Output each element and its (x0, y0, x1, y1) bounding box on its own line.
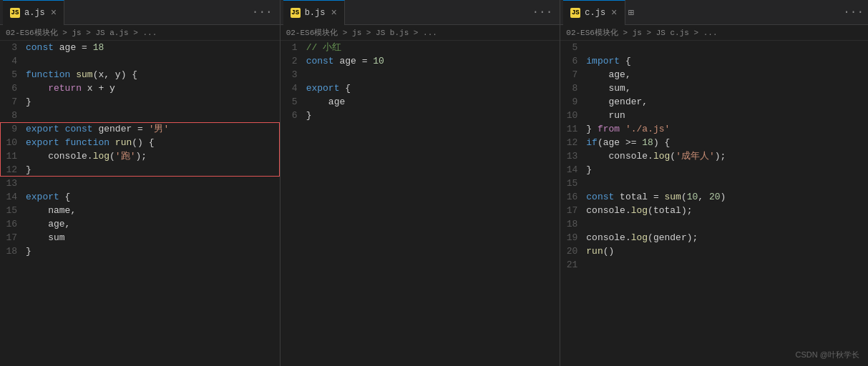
code-line: 7 age, (560, 68, 868, 81)
line-number: 17 (0, 231, 26, 244)
line-number: 3 (281, 68, 306, 81)
code-line: 11 console.log('跑'); (0, 149, 280, 163)
tab-c-js[interactable]: JS c.js × (563, 0, 625, 25)
code-line: 12if(age >= 18) { (560, 136, 868, 149)
code-line: 3const age = 18 (0, 41, 280, 54)
line-content: function sum(x, y) { (26, 68, 137, 81)
code-line: 17 sum (0, 231, 280, 244)
line-number: 20 (560, 244, 586, 258)
line-number: 4 (0, 54, 26, 68)
line-content: age, (26, 217, 70, 231)
line-number: 9 (560, 95, 586, 109)
code-area-c[interactable]: 56import {7 age,8 sum,9 gender,10 run11}… (560, 41, 868, 366)
code-line: 13 (0, 177, 280, 190)
line-content: } from './a.js' (586, 122, 670, 136)
code-line: 6import { (560, 54, 868, 68)
line-number: 6 (281, 109, 306, 122)
code-line: 5 age (281, 95, 560, 109)
line-number: 2 (281, 54, 306, 68)
code-line: 19console.log(gender); (560, 231, 868, 244)
code-line: 4 (0, 54, 280, 68)
code-line: 10 run (560, 109, 868, 122)
breadcrumb-c: 02-ES6模块化 > js > JS c.js > ... (560, 25, 868, 41)
code-line: 13 console.log('成年人'); (560, 149, 868, 163)
watermark: CSDN @叶秋学长 (796, 350, 859, 360)
code-line: 6} (281, 109, 560, 122)
code-line: 4export { (281, 81, 560, 95)
line-number: 12 (560, 136, 586, 149)
code-line: 9export const gender = '男' (0, 122, 280, 136)
code-wrapper-b: 1// 小红2const age = 1034export {5 age6} (281, 41, 560, 122)
line-number: 19 (560, 231, 586, 244)
line-content: } (586, 163, 592, 177)
line-content: // 小红 (306, 41, 341, 54)
line-number: 8 (0, 109, 26, 122)
tab-more-a[interactable]: ··· (248, 6, 277, 19)
code-area-b[interactable]: 1// 小红2const age = 1034export {5 age6} (281, 41, 560, 366)
line-number: 18 (0, 244, 26, 258)
tab-more-b[interactable]: ··· (527, 6, 557, 19)
tab-c-close[interactable]: × (611, 7, 617, 19)
code-line: 7} (0, 95, 280, 109)
line-content: return x + y (26, 81, 115, 95)
code-line: 16const total = sum(10, 20) (560, 190, 868, 204)
line-content: if(age >= 18) { (586, 136, 670, 149)
code-line: 15 name, (0, 204, 280, 217)
line-number: 6 (560, 54, 586, 68)
tab-bar-a: JS a.js × ··· (0, 0, 280, 25)
line-number: 5 (0, 68, 26, 81)
code-line: 10export function run() { (0, 136, 280, 149)
line-number: 13 (560, 149, 586, 163)
tab-a-js[interactable]: JS a.js × (3, 0, 64, 25)
code-wrapper-a: 3const age = 1845function sum(x, y) {6 r… (0, 41, 280, 258)
split-icon[interactable]: ⊞ (625, 6, 637, 19)
tab-more-c[interactable]: ··· (839, 6, 868, 19)
line-content: } (306, 109, 312, 122)
line-content: import { (586, 54, 630, 68)
line-number: 5 (560, 41, 586, 54)
tab-b-label: b.js (305, 8, 326, 18)
panel-a: JS a.js × ··· 02-ES6模块化 > js > JS a.js >… (0, 0, 281, 366)
js-icon-b: JS (291, 8, 301, 18)
tab-b-js[interactable]: JS b.js × (283, 0, 345, 25)
code-area-a[interactable]: 3const age = 1845function sum(x, y) {6 r… (0, 41, 280, 366)
code-line: 14} (560, 163, 868, 177)
line-content: age, (586, 68, 630, 81)
line-number: 9 (0, 122, 26, 136)
js-icon-c: JS (570, 8, 580, 18)
line-content: } (26, 163, 31, 177)
code-line: 11} from './a.js' (560, 122, 868, 136)
line-number: 6 (0, 81, 26, 95)
line-content: gender, (586, 95, 648, 109)
code-line: 8 (0, 109, 280, 122)
line-number: 1 (281, 41, 306, 54)
code-line: 18 (560, 217, 868, 231)
line-content: export { (26, 190, 70, 204)
code-line: 8 sum, (560, 81, 868, 95)
editor-container: JS a.js × ··· 02-ES6模块化 > js > JS a.js >… (0, 0, 868, 366)
line-number: 10 (560, 109, 586, 122)
line-content: } (26, 244, 31, 258)
code-line: 12} (0, 163, 280, 177)
line-number: 7 (0, 95, 26, 109)
line-content: const age = 10 (306, 54, 384, 68)
line-content: run() (586, 244, 614, 258)
line-content: sum, (586, 81, 630, 95)
code-line: 20run() (560, 244, 868, 258)
breadcrumb-b: 02-ES6模块化 > js > JS b.js > ... (281, 25, 560, 41)
line-number: 11 (560, 122, 586, 136)
line-number: 17 (560, 204, 586, 217)
tab-bar-c: JS c.js × ⊞ ··· (560, 0, 868, 25)
line-content: const age = 18 (26, 41, 104, 54)
line-number: 12 (0, 163, 26, 177)
line-number: 4 (281, 81, 306, 95)
code-wrapper-c: 56import {7 age,8 sum,9 gender,10 run11}… (560, 41, 868, 272)
line-content: sum (26, 231, 65, 244)
tab-a-close[interactable]: × (51, 7, 57, 19)
line-number: 7 (560, 68, 586, 81)
tab-bar-b: JS b.js × ··· (281, 0, 560, 25)
line-number: 14 (0, 190, 26, 204)
line-number: 14 (560, 163, 586, 177)
line-number: 15 (0, 204, 26, 217)
tab-b-close[interactable]: × (331, 7, 336, 19)
